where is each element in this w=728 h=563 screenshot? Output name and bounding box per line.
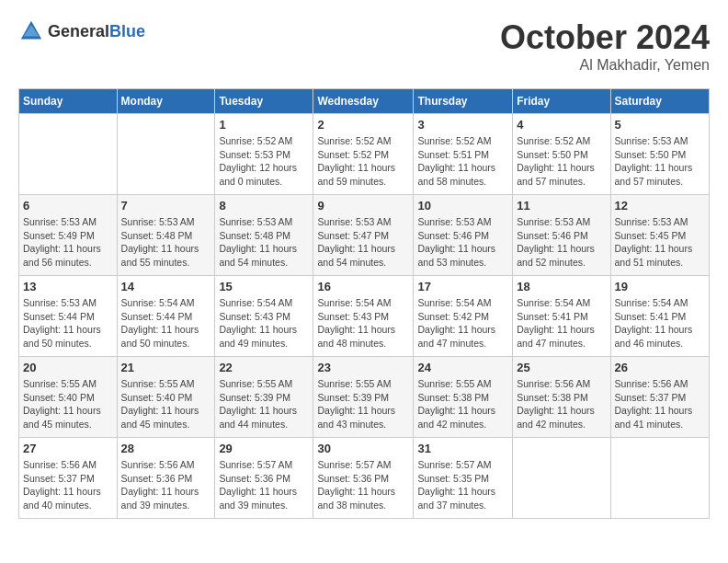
day-number: 17 — [417, 280, 508, 293]
day-number: 7 — [121, 199, 211, 213]
day-number: 16 — [317, 280, 409, 293]
day-number: 11 — [517, 199, 606, 213]
calendar-cell — [513, 438, 610, 519]
day-number: 31 — [417, 442, 508, 455]
day-info: Sunrise: 5:53 AMSunset: 5:47 PMDaylight:… — [317, 215, 409, 270]
logo-icon — [18, 18, 44, 44]
day-number: 14 — [121, 280, 211, 293]
calendar-cell — [117, 114, 215, 195]
calendar-cell: 31Sunrise: 5:57 AMSunset: 5:35 PMDayligh… — [414, 438, 513, 519]
calendar-cell: 1Sunrise: 5:52 AMSunset: 5:53 PMDaylight… — [215, 114, 313, 195]
day-number: 1 — [219, 118, 309, 132]
calendar-cell: 30Sunrise: 5:57 AMSunset: 5:36 PMDayligh… — [313, 438, 414, 519]
weekday-header-friday: Friday — [513, 89, 610, 114]
day-number: 4 — [517, 118, 606, 132]
calendar-cell: 18Sunrise: 5:54 AMSunset: 5:41 PMDayligh… — [513, 276, 610, 357]
day-info: Sunrise: 5:52 AMSunset: 5:50 PMDaylight:… — [517, 134, 606, 189]
day-number: 5 — [615, 118, 705, 132]
day-info: Sunrise: 5:55 AMSunset: 5:40 PMDaylight:… — [121, 377, 211, 431]
weekday-header-sunday: Sunday — [19, 89, 118, 114]
calendar-cell — [610, 438, 709, 519]
calendar-cell: 24Sunrise: 5:55 AMSunset: 5:38 PMDayligh… — [414, 357, 513, 438]
weekday-header-monday: Monday — [117, 89, 215, 114]
page-header: GeneralBlue October 2024 Al Makhadir, Ye… — [18, 18, 710, 74]
calendar-cell: 12Sunrise: 5:53 AMSunset: 5:45 PMDayligh… — [610, 195, 709, 276]
calendar-cell: 20Sunrise: 5:55 AMSunset: 5:40 PMDayligh… — [19, 357, 118, 438]
day-number: 29 — [219, 442, 309, 455]
day-info: Sunrise: 5:54 AMSunset: 5:41 PMDaylight:… — [615, 296, 705, 350]
day-info: Sunrise: 5:52 AMSunset: 5:51 PMDaylight:… — [417, 134, 508, 189]
day-number: 28 — [121, 442, 211, 455]
day-info: Sunrise: 5:56 AMSunset: 5:37 PMDaylight:… — [23, 458, 113, 512]
day-info: Sunrise: 5:56 AMSunset: 5:37 PMDaylight:… — [615, 377, 705, 431]
day-info: Sunrise: 5:53 AMSunset: 5:46 PMDaylight:… — [417, 215, 508, 270]
calendar-cell: 4Sunrise: 5:52 AMSunset: 5:50 PMDaylight… — [513, 114, 610, 195]
day-number: 6 — [23, 199, 113, 213]
day-number: 30 — [317, 442, 409, 455]
day-number: 18 — [517, 280, 606, 293]
day-info: Sunrise: 5:54 AMSunset: 5:42 PMDaylight:… — [417, 296, 508, 350]
calendar-cell: 23Sunrise: 5:55 AMSunset: 5:39 PMDayligh… — [313, 357, 414, 438]
weekday-header-tuesday: Tuesday — [215, 89, 313, 114]
day-number: 9 — [317, 199, 409, 213]
day-info: Sunrise: 5:53 AMSunset: 5:44 PMDaylight:… — [23, 296, 113, 350]
day-info: Sunrise: 5:57 AMSunset: 5:36 PMDaylight:… — [317, 458, 409, 512]
weekday-header-saturday: Saturday — [610, 89, 709, 114]
calendar-week-row: 13Sunrise: 5:53 AMSunset: 5:44 PMDayligh… — [19, 276, 710, 357]
calendar-cell: 3Sunrise: 5:52 AMSunset: 5:51 PMDaylight… — [414, 114, 513, 195]
calendar-table: SundayMondayTuesdayWednesdayThursdayFrid… — [18, 88, 710, 519]
calendar-cell: 10Sunrise: 5:53 AMSunset: 5:46 PMDayligh… — [414, 195, 513, 276]
weekday-header-thursday: Thursday — [414, 89, 513, 114]
weekday-header-wednesday: Wednesday — [313, 89, 414, 114]
calendar-cell: 28Sunrise: 5:56 AMSunset: 5:36 PMDayligh… — [117, 438, 215, 519]
calendar-week-row: 6Sunrise: 5:53 AMSunset: 5:49 PMDaylight… — [19, 195, 710, 276]
calendar-cell: 26Sunrise: 5:56 AMSunset: 5:37 PMDayligh… — [610, 357, 709, 438]
calendar-cell: 27Sunrise: 5:56 AMSunset: 5:37 PMDayligh… — [19, 438, 118, 519]
day-info: Sunrise: 5:57 AMSunset: 5:36 PMDaylight:… — [219, 458, 309, 512]
month-title: October 2024 — [500, 18, 710, 57]
day-info: Sunrise: 5:56 AMSunset: 5:38 PMDaylight:… — [517, 377, 606, 431]
day-info: Sunrise: 5:53 AMSunset: 5:49 PMDaylight:… — [23, 215, 113, 270]
day-info: Sunrise: 5:56 AMSunset: 5:36 PMDaylight:… — [121, 458, 211, 512]
calendar-cell: 15Sunrise: 5:54 AMSunset: 5:43 PMDayligh… — [215, 276, 313, 357]
calendar-cell: 2Sunrise: 5:52 AMSunset: 5:52 PMDaylight… — [313, 114, 414, 195]
day-info: Sunrise: 5:53 AMSunset: 5:46 PMDaylight:… — [517, 215, 606, 270]
day-number: 19 — [615, 280, 705, 293]
calendar-cell: 14Sunrise: 5:54 AMSunset: 5:44 PMDayligh… — [117, 276, 215, 357]
calendar-cell: 9Sunrise: 5:53 AMSunset: 5:47 PMDaylight… — [313, 195, 414, 276]
day-number: 23 — [317, 361, 409, 374]
calendar-week-row: 27Sunrise: 5:56 AMSunset: 5:37 PMDayligh… — [19, 438, 710, 519]
day-info: Sunrise: 5:54 AMSunset: 5:41 PMDaylight:… — [517, 296, 606, 350]
calendar-cell: 5Sunrise: 5:53 AMSunset: 5:50 PMDaylight… — [610, 114, 709, 195]
calendar-cell: 13Sunrise: 5:53 AMSunset: 5:44 PMDayligh… — [19, 276, 118, 357]
calendar-week-row: 1Sunrise: 5:52 AMSunset: 5:53 PMDaylight… — [19, 114, 710, 195]
calendar-cell: 29Sunrise: 5:57 AMSunset: 5:36 PMDayligh… — [215, 438, 313, 519]
day-number: 3 — [417, 118, 508, 132]
calendar-cell: 21Sunrise: 5:55 AMSunset: 5:40 PMDayligh… — [117, 357, 215, 438]
calendar-cell: 17Sunrise: 5:54 AMSunset: 5:42 PMDayligh… — [414, 276, 513, 357]
day-info: Sunrise: 5:57 AMSunset: 5:35 PMDaylight:… — [417, 458, 508, 512]
day-number: 15 — [219, 280, 309, 293]
day-number: 13 — [23, 280, 113, 293]
day-number: 10 — [417, 199, 508, 213]
calendar-week-row: 20Sunrise: 5:55 AMSunset: 5:40 PMDayligh… — [19, 357, 710, 438]
day-info: Sunrise: 5:54 AMSunset: 5:44 PMDaylight:… — [121, 296, 211, 350]
day-info: Sunrise: 5:53 AMSunset: 5:48 PMDaylight:… — [121, 215, 211, 270]
day-number: 21 — [121, 361, 211, 374]
calendar-cell: 11Sunrise: 5:53 AMSunset: 5:46 PMDayligh… — [513, 195, 610, 276]
calendar-cell: 8Sunrise: 5:53 AMSunset: 5:48 PMDaylight… — [215, 195, 313, 276]
day-number: 12 — [615, 199, 705, 213]
logo-general-text: General — [48, 22, 109, 40]
day-info: Sunrise: 5:54 AMSunset: 5:43 PMDaylight:… — [317, 296, 409, 350]
calendar-cell: 22Sunrise: 5:55 AMSunset: 5:39 PMDayligh… — [215, 357, 313, 438]
day-info: Sunrise: 5:55 AMSunset: 5:40 PMDaylight:… — [23, 377, 113, 431]
day-info: Sunrise: 5:55 AMSunset: 5:39 PMDaylight:… — [317, 377, 409, 431]
day-number: 20 — [23, 361, 113, 374]
day-info: Sunrise: 5:55 AMSunset: 5:38 PMDaylight:… — [417, 377, 508, 431]
day-number: 27 — [23, 442, 113, 455]
calendar-cell — [19, 114, 118, 195]
day-number: 2 — [317, 118, 409, 132]
day-info: Sunrise: 5:53 AMSunset: 5:48 PMDaylight:… — [219, 215, 309, 270]
day-number: 24 — [417, 361, 508, 374]
day-info: Sunrise: 5:55 AMSunset: 5:39 PMDaylight:… — [219, 377, 309, 431]
